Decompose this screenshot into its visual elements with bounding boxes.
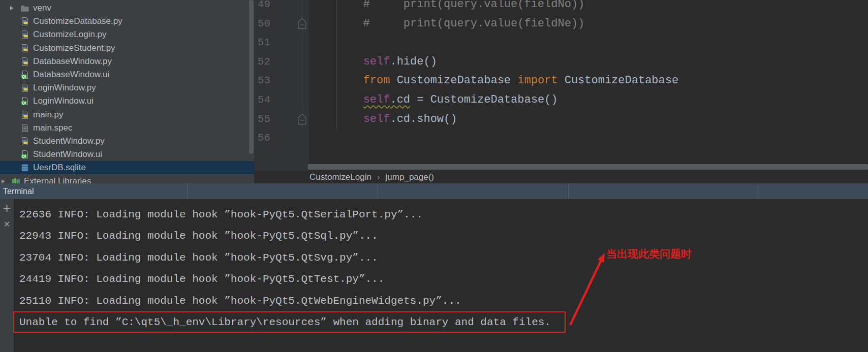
pycharm-window: venv CustomizeDatabase.py CustomizeLogin… (0, 0, 868, 352)
code-text: .cd.show() (390, 113, 457, 125)
breadcrumb-item-method[interactable]: jump_page() (386, 172, 434, 182)
editor-pane[interactable]: 49 # print(query.value(fieldNo)) 50 # pr… (254, 0, 868, 183)
line-number: 53 (256, 71, 270, 90)
breadcrumb-separator: › (377, 172, 380, 182)
line-number: 52 (256, 52, 270, 72)
tree-item-label: CustomizeStudent.py (33, 43, 115, 53)
python-file-icon (20, 57, 29, 66)
header-divider (378, 183, 378, 199)
project-tree-panel: venv CustomizeDatabase.py CustomizeLogin… (0, 0, 254, 183)
code-line-52: 52 self.hide() (254, 52, 868, 72)
external-libraries-icon (11, 177, 20, 183)
tree-item-customizedatabase-py[interactable]: CustomizeDatabase.py (0, 15, 254, 28)
code-comment: # print(query.value(fieldNo)) (309, 0, 584, 11)
tree-scrollbar[interactable] (249, 0, 254, 154)
code-comment: # print(query.value(fieldNe)) (309, 17, 584, 30)
python-file-icon (20, 17, 29, 26)
terminal-line: 25110 INFO: Loading module hook ”hook-Py… (19, 291, 868, 312)
tree-item-label: StudentWindow.py (33, 136, 105, 146)
terminal-line: 24419 INFO: Loading module hook ”hook-Py… (19, 269, 868, 290)
code-text: = CustomizeDatabase() (410, 93, 557, 106)
python-file-icon (20, 137, 29, 146)
terminal-panel[interactable]: + ✕ 22636 INFO: Loading module hook ”hoo… (0, 199, 868, 352)
code-text: CustomizeDatabase (390, 74, 517, 87)
code-line-55: 55 self.cd.show() (254, 110, 868, 129)
code-area[interactable]: 49 # print(query.value(fieldNo)) 50 # pr… (254, 0, 868, 148)
header-divider (568, 183, 569, 199)
tree-item-loginwindow-ui[interactable]: Qt LoginWindow.ui (0, 94, 254, 108)
tree-item-main-py[interactable]: main.py (0, 108, 254, 121)
code-indent (309, 55, 363, 68)
svg-text:Qt: Qt (22, 101, 26, 105)
breadcrumb: CustomizeLogin › jump_page() (254, 171, 868, 183)
tree-item-label: CustomizeLogin.py (33, 29, 107, 40)
code-indent (309, 93, 363, 106)
tree-item-label: LoginWindow.ui (33, 96, 94, 106)
code-line-54: 54 self.cd = CustomizeDatabase() (254, 90, 868, 110)
tree-item-label: DatabaseWindow.py (33, 56, 112, 67)
terminal-toolbar: + ✕ (0, 199, 14, 352)
tree-item-label: main.spec (33, 123, 72, 133)
code-text-warning: .cd (390, 93, 410, 106)
tree-item-label: UesrDB.sqlite (33, 163, 86, 173)
code-self-keyword: self (363, 93, 390, 106)
tree-item-databasewindow-ui[interactable]: Qt DatabaseWindow.ui (0, 68, 254, 81)
svg-text:Qt: Qt (22, 74, 26, 79)
code-line-56: 56 (254, 129, 868, 148)
code-self-keyword: self (363, 113, 390, 125)
python-file-icon (20, 110, 29, 119)
add-terminal-icon[interactable]: + (0, 202, 14, 214)
code-keyword: import (517, 74, 557, 87)
line-number: 56 (256, 129, 270, 148)
tree-item-main-spec[interactable]: main.spec (0, 121, 254, 135)
tree-item-customizestudent-py[interactable]: CustomizeStudent.py (0, 42, 254, 55)
python-file-icon (20, 83, 29, 92)
code-self-keyword: self (363, 55, 390, 68)
svg-text:Qt: Qt (22, 154, 26, 158)
project-tree: venv CustomizeDatabase.py CustomizeLogin… (0, 0, 254, 183)
tree-item-label: External Libraries (24, 176, 91, 183)
editor-horizontal-scrollbar[interactable] (308, 164, 868, 170)
qt-ui-file-icon: Qt (20, 97, 29, 106)
tree-item-label: main.py (33, 110, 64, 120)
tree-item-external-libraries[interactable]: External Libraries (0, 174, 254, 183)
tree-item-label: StudentWindow.ui (33, 149, 102, 159)
chevron-right-icon[interactable] (10, 6, 14, 10)
chevron-right-icon[interactable] (2, 179, 5, 183)
code-keyword: from (363, 74, 390, 87)
tree-item-uesrdb-sqlite[interactable]: UesrDB.sqlite (0, 161, 254, 174)
terminal-title: Terminal (0, 183, 868, 199)
python-file-icon (20, 44, 29, 53)
code-line-53: 53 from CustomizeDatabase import Customi… (254, 71, 868, 90)
tree-item-customizelogin-py[interactable]: CustomizeLogin.py (0, 28, 254, 41)
annotation-text: 当出现此类问题时 (606, 247, 692, 261)
code-indent (309, 113, 363, 125)
annotation-arrow (559, 250, 620, 334)
tree-item-label: CustomizeDatabase.py (33, 16, 122, 26)
terminal-header[interactable]: Terminal (0, 183, 868, 199)
line-number: 49 (256, 0, 270, 14)
code-text: .hide() (390, 55, 437, 68)
terminal-line: 23704 INFO: Loading module hook ”hook-Py… (19, 247, 868, 269)
code-line-50: 50 # print(query.value(fieldNe)) (254, 14, 868, 34)
fold-marker-icon[interactable] (298, 113, 306, 125)
tree-item-databasewindow-py[interactable]: DatabaseWindow.py (0, 55, 254, 68)
code-text: CustomizeDatabase (558, 74, 679, 87)
header-divider (758, 183, 758, 199)
tree-item-studentwindow-ui[interactable]: Qt StudentWindow.ui (0, 148, 254, 161)
tree-item-label: DatabaseWindow.ui (33, 70, 109, 80)
python-file-icon (20, 30, 29, 39)
tree-item-loginwindow-py[interactable]: LoginWindow.py (0, 81, 254, 94)
fold-marker-icon[interactable] (298, 18, 306, 29)
annotation-highlight-box (13, 311, 566, 333)
line-number: 55 (256, 110, 270, 129)
code-line-49: 49 # print(query.value(fieldNo)) (254, 0, 868, 14)
tree-item-label: venv (33, 3, 51, 13)
breadcrumb-item-class[interactable]: CustomizeLogin (309, 172, 371, 182)
line-number: 50 (256, 14, 270, 34)
text-file-icon (20, 123, 29, 133)
header-divider (187, 183, 188, 199)
close-icon[interactable]: ✕ (0, 219, 14, 229)
tree-item-venv[interactable]: venv (0, 2, 254, 15)
tree-item-studentwindow-py[interactable]: StudentWindow.py (0, 135, 254, 148)
